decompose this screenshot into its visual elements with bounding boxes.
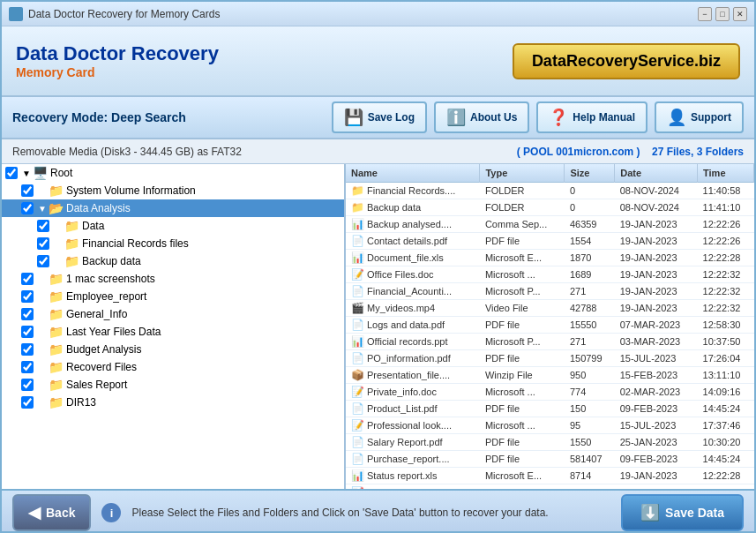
tree-item-label: Last Year Files Data xyxy=(66,326,161,338)
tree-item[interactable]: ▼📂Data Analysis xyxy=(2,199,344,217)
table-row[interactable]: 📄Product_List.pdfPDF file15009-FEB-20231… xyxy=(346,401,754,417)
main-content: ▼🖥️Root📁System Volume Information▼📂Data … xyxy=(2,164,754,489)
cell-type: Video File xyxy=(480,300,565,317)
tree-checkbox[interactable] xyxy=(5,167,18,179)
cell-size: 8714 xyxy=(565,468,615,484)
file-type-icon: 📁 xyxy=(351,201,364,214)
table-row[interactable]: 📊Status report.xlsMicrosoft E...871419-J… xyxy=(346,468,754,484)
cell-type: Comma Sep... xyxy=(480,216,565,233)
tree-item-label: General_Info xyxy=(66,308,127,320)
help-manual-button[interactable]: ❓ Help Manual xyxy=(536,101,647,133)
tree-checkbox[interactable] xyxy=(21,343,34,356)
cell-name: 📝Item Details.doc xyxy=(346,484,480,490)
tree-item[interactable]: ▼🖥️Root xyxy=(2,164,344,182)
cell-type: Microsoft ... xyxy=(480,484,565,490)
support-button[interactable]: 👤 Support xyxy=(655,101,744,133)
col-size[interactable]: Size xyxy=(565,164,615,183)
tree-container: ▼🖥️Root📁System Volume Information▼📂Data … xyxy=(2,164,344,411)
table-row[interactable]: 📄Financial_Acounti...Microsoft P...27119… xyxy=(346,283,754,300)
tree-toggle-icon xyxy=(36,379,49,391)
table-row[interactable]: 📁Financial Records....FOLDER008-NOV-2024… xyxy=(346,183,754,199)
table-row[interactable]: 📊Official records.pptMicrosoft P...27103… xyxy=(346,334,754,350)
cell-date: 19-JAN-2023 xyxy=(615,283,698,300)
tree-toggle-icon xyxy=(52,255,64,267)
table-row[interactable]: 🎬My_videos.mp4Video File4278819-JAN-2023… xyxy=(346,300,754,317)
tree-toggle-icon: ▼ xyxy=(20,167,33,179)
about-us-button[interactable]: ℹ️ About Us xyxy=(434,101,529,133)
bottombar: ◀ Back i Please Select the Files and Fol… xyxy=(2,489,754,533)
tree-checkbox[interactable] xyxy=(21,184,34,197)
tree-item[interactable]: 📁General_Info xyxy=(2,305,344,323)
cell-name: 📄Financial_Acounti... xyxy=(346,283,480,300)
save-data-button[interactable]: ⬇️ Save Data xyxy=(621,494,744,531)
tree-item[interactable]: 📁Backup data xyxy=(2,252,344,270)
tree-checkbox[interactable] xyxy=(21,202,34,214)
table-row[interactable]: 📄Logs and data.pdfPDF file1555007-MAR-20… xyxy=(346,317,754,334)
table-row[interactable]: 📄Purchase_report....PDF file58140709-FEB… xyxy=(346,451,754,468)
cell-type: FOLDER xyxy=(480,183,565,199)
close-button[interactable]: ✕ xyxy=(733,7,747,21)
tree-checkbox[interactable] xyxy=(21,396,34,409)
tree-item[interactable]: 📁1 mac screenshots xyxy=(2,270,344,288)
tree-item[interactable]: 📁Recoverd Files xyxy=(2,358,344,376)
file-type-icon: 📄 xyxy=(351,285,364,297)
app-icon xyxy=(9,7,23,21)
tree-checkbox[interactable] xyxy=(21,273,34,285)
tree-item-label: Data xyxy=(82,220,104,232)
tree-checkbox[interactable] xyxy=(21,308,34,320)
table-row[interactable]: 📄Contact details.pdfPDF file155419-JAN-2… xyxy=(346,233,754,250)
table-row[interactable]: 📊Backup analysed....Comma Sep...4635919-… xyxy=(346,216,754,233)
tree-toggle-icon xyxy=(36,361,49,373)
tree-item-label: Sales Report xyxy=(66,379,127,391)
cell-type: PDF file xyxy=(480,350,565,367)
folder-icon: 📁 xyxy=(64,219,79,233)
table-row[interactable]: 📦Presentation_file....Winzip File95015-F… xyxy=(346,367,754,384)
tree-item[interactable]: 📁Last Year Files Data xyxy=(2,323,344,341)
col-name[interactable]: Name xyxy=(346,164,480,183)
table-row[interactable]: 📁Backup dataFOLDER008-NOV-202411:41:10 xyxy=(346,199,754,216)
col-date[interactable]: Date xyxy=(615,164,698,183)
tree-checkbox[interactable] xyxy=(37,255,49,267)
table-row[interactable]: 📝Item Details.docMicrosoft ...17382519-J… xyxy=(346,484,754,490)
tree-checkbox[interactable] xyxy=(21,379,34,391)
cell-type: PDF file xyxy=(480,233,565,250)
tree-item[interactable]: 📁Employee_report xyxy=(2,288,344,305)
cell-date: 19-JAN-2023 xyxy=(615,300,698,317)
tree-checkbox[interactable] xyxy=(37,237,49,250)
cell-size: 150 xyxy=(565,401,615,417)
col-type[interactable]: Type xyxy=(480,164,565,183)
tree-item[interactable]: 📁Budget Analysis xyxy=(2,341,344,358)
table-row[interactable]: 📝Professional look....Microsoft ...9515-… xyxy=(346,417,754,434)
folder-icon: 📁 xyxy=(49,307,64,321)
tree-toggle-icon xyxy=(36,326,49,338)
cell-name: 📝Office Files.doc xyxy=(346,266,480,283)
table-row[interactable]: 📝Private_info.docMicrosoft ...77402-MAR-… xyxy=(346,384,754,401)
file-panel-scroll[interactable]: Name Type Size Date Time 📁Financial Reco… xyxy=(346,164,754,489)
back-button[interactable]: ◀ Back xyxy=(12,494,91,531)
tree-item[interactable]: 📁Sales Report xyxy=(2,376,344,394)
save-log-button[interactable]: 💾 Save Log xyxy=(332,101,427,133)
table-row[interactable]: 📊Document_file.xlsMicrosoft E...187019-J… xyxy=(346,250,754,266)
cell-type: Microsoft E... xyxy=(480,468,565,484)
cell-time: 17:26:04 xyxy=(698,350,754,367)
support-icon: 👤 xyxy=(667,108,686,127)
table-row[interactable]: 📄Salary Report.pdfPDF file155025-JAN-202… xyxy=(346,434,754,451)
tree-checkbox[interactable] xyxy=(21,361,34,373)
tree-item[interactable]: 📁System Volume Information xyxy=(2,182,344,199)
tree-item[interactable]: 📁DIR13 xyxy=(2,394,344,411)
tree-item[interactable]: 📁Financial Records files xyxy=(2,235,344,252)
file-type-icon: 🎬 xyxy=(351,302,364,314)
table-row[interactable]: 📄PO_information.pdfPDF file15079915-JUL-… xyxy=(346,350,754,367)
table-row[interactable]: 📝Office Files.docMicrosoft ...168919-JAN… xyxy=(346,266,754,283)
cell-name: 📊Document_file.xls xyxy=(346,250,480,266)
file-type-icon: 📄 xyxy=(351,319,364,331)
brand-badge[interactable]: DataRecoveryService.biz xyxy=(513,43,740,79)
col-time[interactable]: Time xyxy=(698,164,754,183)
tree-checkbox[interactable] xyxy=(37,220,49,232)
cell-time: 12:22:24 xyxy=(698,484,754,490)
minimize-button[interactable]: − xyxy=(698,7,712,21)
tree-checkbox[interactable] xyxy=(21,290,34,303)
maximize-button[interactable]: □ xyxy=(715,7,730,21)
tree-item[interactable]: 📁Data xyxy=(2,217,344,235)
tree-checkbox[interactable] xyxy=(21,326,34,338)
